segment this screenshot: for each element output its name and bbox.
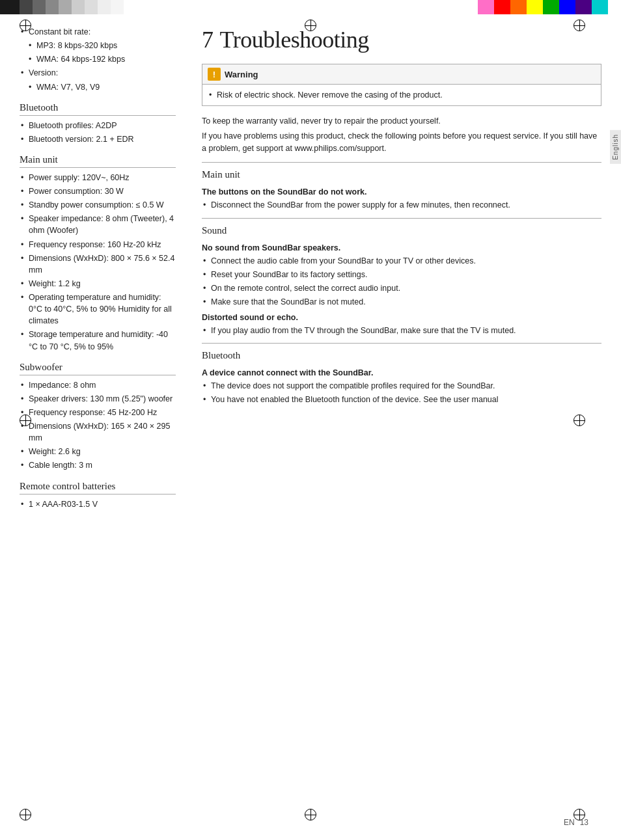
list-item: Frequency response: 45 Hz-200 Hz [20, 407, 176, 418]
list-item: WMA: 64 kbps-192 kbps [20, 53, 176, 65]
list-item: Standby power consumption: ≤ 0.5 W [20, 199, 176, 211]
right-sections: Main unitThe buttons on the SoundBar do … [202, 162, 601, 405]
left-column: Constant bit rate:MP3: 8 kbps-320 kbpsWM… [20, 26, 189, 820]
list-item: Make sure that the SoundBar is not muted… [202, 296, 601, 308]
section-list: 1 × AAA-R03-1.5 V [20, 498, 176, 510]
list-item: Cable length: 3 m [20, 459, 176, 471]
color-block [510, 0, 527, 14]
sub-section-list: If you play audio from the TV through th… [202, 325, 601, 336]
list-item: Power consumption: 30 W [20, 185, 176, 197]
list-item: Constant bit rate: [20, 26, 176, 38]
footer: EN 13 [564, 818, 588, 827]
list-item: Dimensions (WxHxD): 165 × 240 × 295 mm [20, 420, 176, 444]
sub-section-list: Disconnect the SoundBar from the power s… [202, 199, 601, 211]
color-block [124, 0, 137, 14]
section-list: Power supply: 120V~, 60HzPower consumpti… [20, 172, 176, 353]
list-item: Version: [20, 67, 176, 79]
sub-section-list: Connect the audio cable from your SoundB… [202, 255, 601, 308]
color-bars-right [478, 0, 621, 14]
color-block [98, 0, 111, 14]
section-list: Bluetooth profiles: A2DPBluetooth versio… [20, 120, 176, 145]
color-block [494, 0, 510, 14]
list-item: WMA: V7, V8, V9 [20, 81, 176, 93]
list-item: Reset your SoundBar to its factory setti… [202, 269, 601, 280]
section-title: Bluetooth [20, 102, 176, 116]
list-item: Impedance: 8 ohm [20, 379, 176, 391]
sub-heading: Distorted sound or echo. [202, 313, 601, 322]
section-list: Impedance: 8 ohmSpeaker drivers: 130 mm … [20, 379, 176, 472]
list-item: Speaker drivers: 130 mm (5.25") woofer [20, 393, 176, 405]
list-item: MP3: 8 kbps-320 kbps [20, 40, 176, 51]
right-column: 7Troubleshooting ! Warning Risk of elect… [189, 26, 601, 820]
right-intro-text: To keep the warranty valid, never try to… [202, 115, 601, 154]
color-block [592, 0, 608, 14]
list-item: If you play audio from the TV through th… [202, 325, 601, 336]
list-item: Bluetooth version: 2.1 + EDR [20, 133, 176, 145]
list-item: Disconnect the SoundBar from the power s… [202, 199, 601, 211]
warning-box: ! Warning Risk of electric shock. Never … [202, 64, 601, 106]
color-block [59, 0, 72, 14]
section-title: Remote control batteries [20, 481, 176, 495]
sub-section-list: The device does not support the compatib… [202, 380, 601, 405]
section-title: Subwoofer [20, 362, 176, 375]
section-title: Main unit [202, 169, 601, 182]
list-item: Connect the audio cable from your SoundB… [202, 255, 601, 267]
list-item: Bluetooth profiles: A2DP [20, 120, 176, 131]
warning-icon: ! [208, 68, 221, 81]
section-divider [202, 162, 601, 163]
warning-title: Warning [225, 70, 258, 79]
color-block [559, 0, 575, 14]
intro-paragraph: To keep the warranty valid, never try to… [202, 115, 601, 128]
section-title: Bluetooth [202, 350, 601, 363]
list-item: Speaker impedance: 8 ohm (Tweeter), 4 oh… [20, 213, 176, 236]
footer-page: 13 [580, 818, 588, 827]
color-block [543, 0, 559, 14]
list-item: Operating temperature and humidity: 0°C … [20, 291, 176, 327]
warning-header: ! Warning [202, 64, 601, 85]
list-item: 1 × AAA-R03-1.5 V [20, 498, 176, 510]
side-language-label: English [610, 130, 621, 164]
section-divider [202, 218, 601, 219]
page-layout: Constant bit rate:MP3: 8 kbps-320 kbpsWM… [20, 26, 601, 820]
color-block [20, 0, 33, 14]
left-sections: BluetoothBluetooth profiles: A2DPBluetoo… [20, 102, 176, 510]
section-divider [202, 343, 601, 344]
sub-heading: The buttons on the SoundBar do not work. [202, 187, 601, 196]
color-block [575, 0, 592, 14]
list-item: Dimensions (WxHxD): 800 × 75.6 × 52.4 mm [20, 252, 176, 276]
color-block [527, 0, 543, 14]
list-item: The device does not support the compatib… [202, 380, 601, 392]
sub-heading: A device cannot connect with the SoundBa… [202, 368, 601, 377]
list-item: Frequency response: 160 Hz-20 kHz [20, 239, 176, 251]
warning-item: Risk of electric shock. Never remove the… [209, 89, 594, 101]
list-item: On the remote control, select the correc… [202, 282, 601, 294]
list-item: You have not enabled the Bluetooth funct… [202, 394, 601, 405]
chapter-number: 7 [202, 27, 214, 53]
chapter-title-text: Troubleshooting [220, 27, 369, 53]
warning-content: Risk of electric shock. Never remove the… [202, 85, 601, 105]
color-block [72, 0, 85, 14]
sub-heading: No sound from SoundBar speakers. [202, 243, 601, 252]
color-block [85, 0, 98, 14]
color-block [478, 0, 494, 14]
color-block [33, 0, 46, 14]
color-block [46, 0, 59, 14]
color-bars-left [0, 0, 182, 14]
footer-lang: EN [564, 818, 575, 827]
chapter-title: 7Troubleshooting [202, 26, 601, 53]
color-block [0, 0, 20, 14]
list-item: Storage temperature and humidity: -40 °C… [20, 329, 176, 352]
list-item: Weight: 1.2 kg [20, 278, 176, 290]
section-title: Sound [202, 225, 601, 238]
list-item: Power supply: 120V~, 60Hz [20, 172, 176, 183]
list-item: Weight: 2.6 kg [20, 446, 176, 457]
intro-list: Constant bit rate:MP3: 8 kbps-320 kbpsWM… [20, 26, 176, 93]
section-title: Main unit [20, 154, 176, 168]
intro-paragraph: If you have problems using this product,… [202, 130, 601, 155]
color-block [111, 0, 124, 14]
